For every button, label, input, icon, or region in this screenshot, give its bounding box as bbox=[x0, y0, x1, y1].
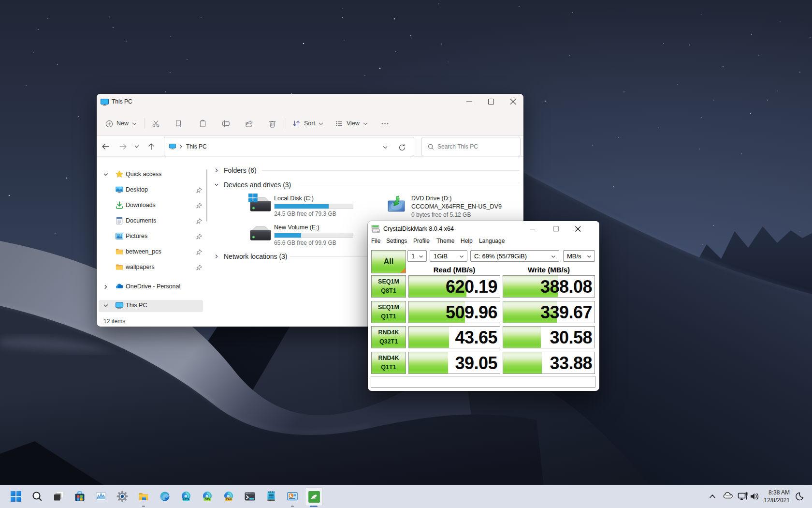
svg-text:CAN: CAN bbox=[226, 498, 232, 501]
svg-text:DEV: DEV bbox=[204, 498, 210, 501]
svg-text:BETA: BETA bbox=[183, 498, 189, 501]
